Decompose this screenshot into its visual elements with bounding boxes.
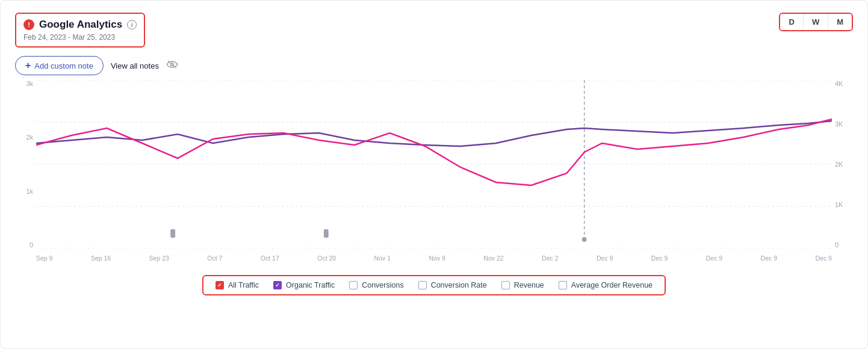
x-label-dec2: Dec 2 bbox=[542, 255, 558, 262]
view-notes-label: View all notes bbox=[111, 61, 159, 70]
alert-icon: ! bbox=[23, 19, 34, 30]
plus-icon: + bbox=[25, 60, 31, 71]
chart-svg bbox=[36, 80, 832, 249]
y-axis-left: 3k 2k 1k 0 bbox=[15, 80, 33, 249]
period-btn-w[interactable]: W bbox=[804, 14, 828, 30]
x-label-oct20: Oct 20 bbox=[317, 255, 336, 262]
x-label-nov9: Nov 9 bbox=[429, 255, 445, 262]
x-label-oct17: Oct 17 bbox=[261, 255, 279, 262]
y-label-1k: 1k bbox=[26, 188, 33, 195]
note-marker-1 bbox=[170, 229, 175, 238]
x-label-nov22: Nov 22 bbox=[483, 255, 503, 262]
view-all-notes-button[interactable]: View all notes bbox=[111, 61, 159, 70]
legend-area: ✓ All Traffic ✓ Organic Traffic Conversi… bbox=[202, 275, 666, 295]
x-label-nov1: Nov 1 bbox=[374, 255, 391, 262]
toolbar: + Add custom note View all notes bbox=[15, 56, 853, 75]
add-note-label: Add custom note bbox=[34, 61, 93, 70]
y-right-4k: 4K bbox=[835, 80, 843, 87]
checkmark-organic-traffic: ✓ bbox=[275, 282, 280, 288]
legend-revenue[interactable]: Revenue bbox=[501, 281, 544, 289]
period-buttons: D W M bbox=[779, 13, 853, 31]
period-btn-m[interactable]: M bbox=[828, 14, 852, 30]
x-label-sep23: Sep 23 bbox=[149, 255, 169, 262]
info-icon[interactable]: i bbox=[127, 20, 137, 29]
legend-label-organic-traffic: Organic Traffic bbox=[286, 281, 335, 289]
svg-point-8 bbox=[581, 236, 587, 242]
title-row: ! Google Analytics i bbox=[23, 19, 137, 31]
red-line bbox=[36, 119, 832, 185]
chart-area: 3k 2k 1k 0 4K 3K 2K 1K 0 bbox=[15, 80, 853, 267]
x-label-dec9-4: Dec 9 bbox=[761, 255, 777, 262]
app-title: Google Analytics bbox=[39, 19, 122, 31]
legend-checkbox-organic-traffic[interactable]: ✓ bbox=[273, 281, 282, 289]
header-section: ! Google Analytics i Feb 24, 2023 - Mar … bbox=[15, 13, 853, 48]
x-label-dec9-3: Dec 9 bbox=[706, 255, 722, 262]
legend-label-conversion-rate: Conversion Rate bbox=[431, 281, 487, 289]
main-container: ! Google Analytics i Feb 24, 2023 - Mar … bbox=[0, 0, 868, 349]
x-label-oct7: Oct 7 bbox=[207, 255, 222, 262]
date-range: Feb 24, 2023 - Mar 25, 2023 bbox=[23, 33, 137, 42]
x-label-dec9-1: Dec 9 bbox=[597, 255, 613, 262]
y-label-3k: 3k bbox=[26, 80, 33, 87]
legend-organic-traffic[interactable]: ✓ Organic Traffic bbox=[273, 281, 335, 289]
note-marker-2 bbox=[324, 229, 329, 238]
add-custom-note-button[interactable]: + Add custom note bbox=[15, 56, 104, 75]
legend-all-traffic[interactable]: ✓ All Traffic bbox=[215, 281, 259, 289]
legend-conversions[interactable]: Conversions bbox=[349, 281, 403, 289]
x-label-sep16: Sep 16 bbox=[91, 255, 111, 262]
legend-checkbox-conversion-rate[interactable] bbox=[418, 281, 427, 289]
legend-label-avg-order-revenue: Average Order Revenue bbox=[571, 281, 653, 289]
period-btn-d[interactable]: D bbox=[780, 14, 803, 30]
legend-label-revenue: Revenue bbox=[514, 281, 544, 289]
legend-checkbox-all-traffic[interactable]: ✓ bbox=[215, 281, 224, 289]
y-label-0: 0 bbox=[29, 241, 33, 249]
legend-label-conversions: Conversions bbox=[362, 281, 403, 289]
y-right-0: 0 bbox=[835, 241, 839, 249]
x-axis: Sep 9 Sep 16 Sep 23 Oct 7 Oct 17 Oct 20 … bbox=[36, 250, 832, 267]
y-right-1k: 1K bbox=[835, 201, 843, 208]
chart-inner bbox=[36, 80, 832, 249]
y-axis-right: 4K 3K 2K 1K 0 bbox=[835, 80, 853, 249]
legend-checkbox-conversions[interactable] bbox=[349, 281, 358, 289]
title-section: ! Google Analytics i Feb 24, 2023 - Mar … bbox=[15, 13, 145, 48]
title-box: ! Google Analytics i Feb 24, 2023 - Mar … bbox=[15, 13, 145, 48]
y-right-2k: 2K bbox=[835, 161, 843, 168]
legend-checkbox-avg-order-revenue[interactable] bbox=[559, 281, 567, 289]
legend-checkbox-revenue[interactable] bbox=[501, 281, 510, 289]
eye-slash-icon[interactable] bbox=[166, 60, 178, 71]
checkmark-all-traffic: ✓ bbox=[217, 282, 222, 288]
y-label-2k: 2k bbox=[26, 134, 33, 141]
legend-avg-order-revenue[interactable]: Average Order Revenue bbox=[559, 281, 653, 289]
x-label-sep9: Sep 9 bbox=[36, 255, 52, 262]
x-label-dec9-2: Dec 9 bbox=[651, 255, 668, 262]
legend-label-all-traffic: All Traffic bbox=[228, 281, 259, 289]
y-right-3k: 3K bbox=[835, 120, 843, 128]
x-label-dec9-5: Dec 9 bbox=[815, 255, 831, 262]
legend-conversion-rate[interactable]: Conversion Rate bbox=[418, 281, 487, 289]
